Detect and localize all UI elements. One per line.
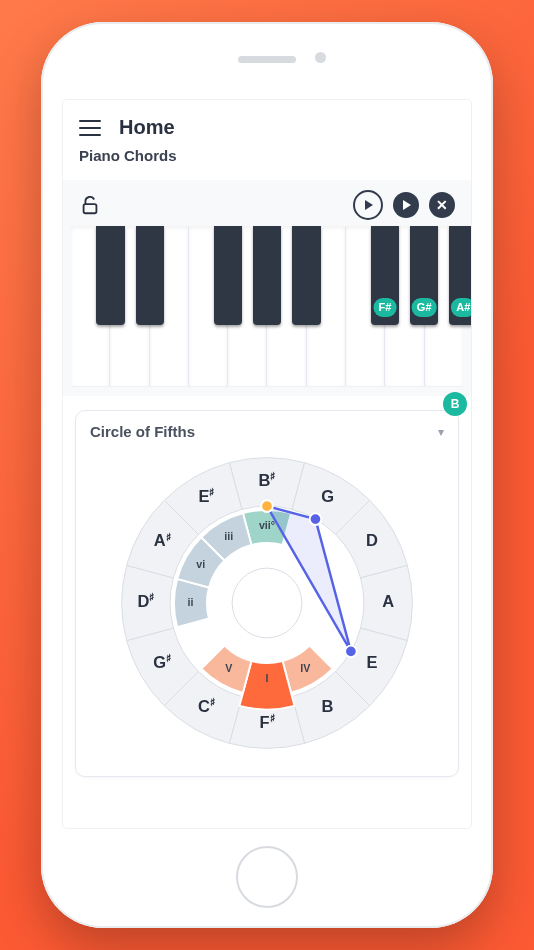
play-icon (403, 200, 411, 210)
menu-icon[interactable] (79, 120, 101, 136)
inner-label: I (266, 672, 269, 684)
close-button[interactable]: ✕ (429, 192, 455, 218)
inner-label: vi (196, 558, 205, 570)
chevron-down-icon: ▾ (438, 425, 444, 439)
black-key[interactable] (214, 226, 242, 325)
inner-label: ii (188, 596, 194, 608)
black-key[interactable]: A# (449, 226, 471, 325)
black-key[interactable] (96, 226, 124, 325)
page-subtitle: Piano Chords (79, 147, 455, 164)
circle-of-fifths-card: Circle of Fifths ▾ B♯GDAEBF♯C♯G♯D♯A♯E♯vi… (75, 410, 459, 777)
svg-rect-0 (84, 204, 97, 213)
card-header[interactable]: Circle of Fifths ▾ (90, 423, 444, 440)
keyboard-toolbar: ✕ (63, 180, 471, 226)
black-key[interactable] (292, 226, 320, 325)
piano-keyboard[interactable]: F#G#A# B (71, 226, 463, 386)
outer-label: G (321, 487, 334, 505)
chord-node[interactable] (261, 500, 273, 512)
app-screen: Home Piano Chords (63, 100, 471, 828)
inner-label: V (225, 662, 233, 674)
play-outline-icon (365, 200, 373, 210)
inner-label: IV (300, 662, 311, 674)
outer-label: D (366, 532, 378, 550)
black-key[interactable] (253, 226, 281, 325)
play-button[interactable] (393, 192, 419, 218)
outer-label: B (322, 697, 334, 715)
floating-note-badge[interactable]: B (443, 392, 467, 416)
black-key[interactable]: F# (371, 226, 399, 325)
chord-node[interactable] (310, 513, 322, 525)
key-highlight-badge: G# (412, 298, 437, 317)
header: Home Piano Chords (63, 100, 471, 174)
outer-label: A (382, 592, 394, 610)
center-disk (232, 568, 302, 638)
card-title: Circle of Fifths (90, 423, 195, 440)
phone-home-button[interactable] (236, 846, 298, 908)
inner-label: vii° (259, 519, 275, 531)
black-key[interactable] (136, 226, 164, 325)
phone-speaker (238, 56, 296, 63)
key-highlight-badge: F# (374, 298, 397, 317)
lock-icon[interactable] (79, 194, 101, 216)
black-key[interactable]: G# (410, 226, 438, 325)
close-icon: ✕ (436, 198, 448, 212)
chord-node[interactable] (345, 646, 357, 658)
play-outline-button[interactable] (353, 190, 383, 220)
keyboard-panel: ✕ F#G#A# B (63, 180, 471, 396)
key-highlight-badge: A# (451, 298, 471, 317)
inner-label: iii (224, 530, 233, 542)
outer-label: E (366, 653, 377, 671)
circle-of-fifths-diagram[interactable]: B♯GDAEBF♯C♯G♯D♯A♯E♯vii°IVIViiviiii (112, 448, 422, 758)
phone-frame: Home Piano Chords (41, 22, 493, 928)
page-title: Home (119, 116, 175, 139)
floating-note-label: B (451, 397, 460, 411)
phone-camera (315, 52, 326, 63)
